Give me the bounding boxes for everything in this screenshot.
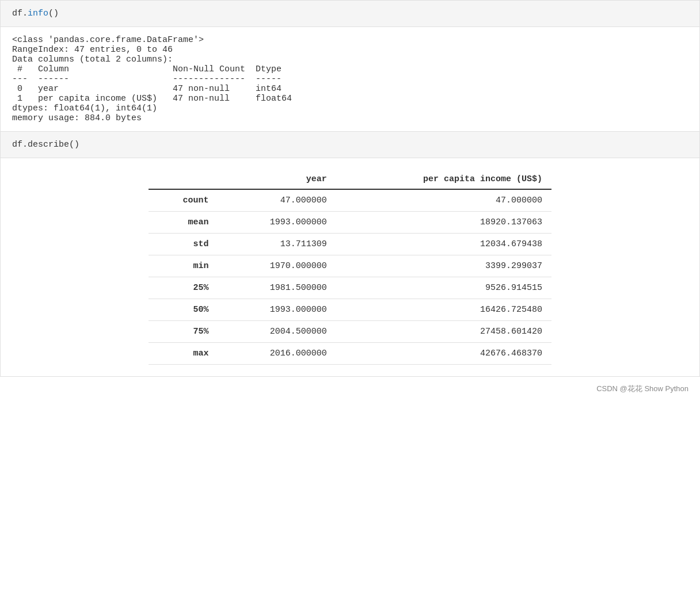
output-dtypes: dtypes: float64(1), int64(1): [12, 104, 157, 113]
row-income: 16426.725480: [336, 299, 551, 321]
table-row: 50%1993.00000016426.725480: [149, 299, 551, 321]
table-row: 75%2004.50000027458.601420: [149, 321, 551, 343]
row-income: 3399.299037: [336, 255, 551, 277]
footer: CSDN @花花 Show Python: [0, 377, 700, 401]
row-income: 47.000000: [336, 189, 551, 212]
footer-text: CSDN @花花 Show Python: [596, 384, 688, 393]
row-income: 27458.601420: [336, 321, 551, 343]
code-parens-2: (): [69, 140, 79, 150]
table-row: min1970.0000003399.299037: [149, 255, 551, 277]
table-row: count47.00000047.000000: [149, 189, 551, 212]
output-separator: --- ------ -------------- -----: [12, 74, 292, 84]
col-header-index: [149, 170, 218, 189]
row-label: count: [149, 189, 218, 212]
row-year: 47.000000: [218, 189, 336, 212]
code-prefix-1: df.: [12, 9, 28, 18]
output-line1: <class 'pandas.core.frame.DataFrame'>: [12, 35, 204, 45]
row-year: 2004.500000: [218, 321, 336, 343]
row-label: std: [149, 234, 218, 255]
row-label: mean: [149, 212, 218, 234]
code-parens-1: (): [48, 9, 59, 18]
output-line3: Data columns (total 2 columns):: [12, 55, 173, 64]
row-year: 13.711309: [218, 234, 336, 255]
row-year: 2016.000000: [218, 343, 336, 365]
describe-table: year per capita income (US$) count47.000…: [149, 170, 551, 365]
col-header-year: year: [218, 170, 336, 189]
page-container: df.info() <class 'pandas.core.frame.Data…: [0, 0, 700, 401]
output-row0: 0 year 47 non-null int64: [12, 84, 292, 94]
row-label: 25%: [149, 277, 218, 299]
col-header-income: per capita income (US$): [336, 170, 551, 189]
row-year: 1970.000000: [218, 255, 336, 277]
method-describe: describe: [28, 140, 69, 150]
row-label: max: [149, 343, 218, 365]
table-row: max2016.00000042676.468370: [149, 343, 551, 365]
output-line2: RangeIndex: 47 entries, 0 to 46: [12, 45, 173, 55]
output-header: # Column Non-Null Count Dtype: [12, 64, 292, 74]
row-label: 75%: [149, 321, 218, 343]
code-cell-info: df.info(): [0, 0, 700, 27]
row-year: 1993.000000: [218, 299, 336, 321]
code-cell-describe: df.describe(): [0, 132, 700, 158]
table-row: mean1993.00000018920.137063: [149, 212, 551, 234]
row-label: min: [149, 255, 218, 277]
row-income: 42676.468370: [336, 343, 551, 365]
table-row: 25%1981.5000009526.914515: [149, 277, 551, 299]
row-label: 50%: [149, 299, 218, 321]
method-info: info: [28, 9, 48, 18]
row-year: 1981.500000: [218, 277, 336, 299]
row-income: 9526.914515: [336, 277, 551, 299]
table-header-row: year per capita income (US$): [149, 170, 551, 189]
output-memory: memory usage: 884.0 bytes: [12, 113, 142, 123]
describe-output: year per capita income (US$) count47.000…: [0, 158, 700, 377]
table-row: std13.71130912034.679438: [149, 234, 551, 255]
row-income: 12034.679438: [336, 234, 551, 255]
code-prefix-2: df.: [12, 140, 28, 150]
output-cell-info: <class 'pandas.core.frame.DataFrame'> Ra…: [0, 27, 700, 132]
row-year: 1993.000000: [218, 212, 336, 234]
output-row1: 1 per capita income (US$) 47 non-null fl…: [12, 94, 292, 104]
row-income: 18920.137063: [336, 212, 551, 234]
